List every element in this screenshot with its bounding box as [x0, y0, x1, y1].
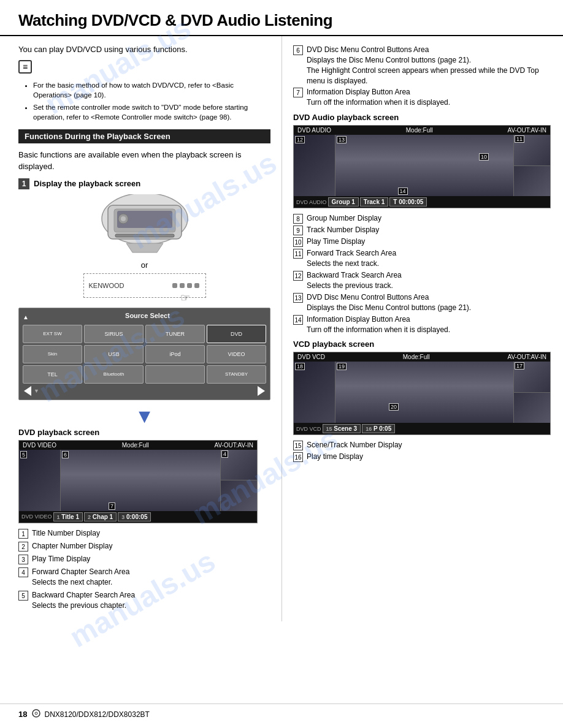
source-bottom-right [258, 386, 265, 396]
svg-point-9 [35, 712, 37, 715]
svg-point-7 [121, 216, 126, 221]
audio-list-14: 14 Information Display Button Area Turn … [293, 314, 552, 335]
dvd-screen-body: 5 6 7 4 [19, 450, 257, 511]
source-item-sirius[interactable]: SIRIUS [84, 325, 144, 343]
audio-footer-source: DVD AUDIO [296, 199, 327, 205]
right-column: 6 DVD Disc Menu Control Buttons Area Dis… [282, 36, 563, 621]
source-item-bluetoothlabel: Bluetooth [104, 371, 124, 377]
page-title: Watching DVD/VCD & DVD Audio Listening [18, 11, 545, 35]
right-item6-line2: The Highlight Control screen appears whe… [307, 66, 552, 86]
vcd-footer-source: DVD VCD [296, 426, 321, 432]
vcd-list: 15 Scene/Track Number Display 16 Play ti… [293, 440, 552, 462]
source-select-box: ▲ Source Select EXT SW SIRIUS TUNER [18, 308, 270, 400]
audio-footer-track: Track 1 [360, 197, 388, 207]
vcd-screen-body: 18 19 20 17 [294, 362, 550, 423]
audio-num-box-11: 11 [293, 249, 303, 259]
source-item-video[interactable]: VIDEO [207, 345, 266, 363]
source-item-skin[interactable]: Skin [23, 345, 82, 363]
audio-num-box-13: 13 [293, 293, 303, 303]
right-num-box-7: 7 [293, 88, 303, 97]
dvd-num-box-5: 5 [18, 591, 28, 601]
step1-num: 1 [18, 178, 29, 189]
page-header: Watching DVD/VCD & DVD Audio Listening [0, 0, 563, 36]
audio-list-11: 11 Forward Track Search Area Selects the… [293, 248, 552, 269]
audio-list-12: 12 Backward Track Search Area Selects th… [293, 270, 552, 291]
vcd-footer-time: 16 P 0:05 [362, 424, 395, 433]
dvd-list-text-3: Play Time Display [32, 554, 90, 564]
vcd-list-text-16: Play time Display [307, 452, 363, 462]
vcd-footer-scene: 15 Scene 3 [323, 424, 361, 433]
dvd-list-item-1: 1 Title Number Display [18, 528, 270, 539]
audio-screen-body: 12 13 14 10 11 [294, 135, 550, 196]
audio-header-center: Mode:Full [406, 127, 433, 134]
vcd-scene-val: 3 [354, 425, 358, 432]
audio-screen-footer: DVD AUDIO Group 1 Track 1 T 00:00:05 [294, 196, 550, 208]
source-item-usb[interactable]: USB [84, 345, 144, 363]
dvd-screen-header: DVD VIDEO Mode:Full AV-OUT:AV-IN [19, 441, 257, 450]
left-nav-arrow [24, 386, 31, 396]
source-item-tuner[interactable]: TUNER [145, 325, 205, 343]
dvd-num-1: 1 [57, 514, 60, 520]
dvd-num-box-1: 1 [18, 529, 28, 539]
audio-list: 8 Group Number Display 9 Track Number Di… [293, 213, 552, 335]
audio-num-box-10: 10 [293, 237, 303, 247]
audio-list-sub-12: Selects the previous track. [307, 281, 393, 291]
audio-list-8: 8 Group Number Display [293, 213, 552, 224]
dvd-footer-title-val: 1 Title 1 [53, 512, 83, 521]
audio-track-val: 1 [381, 199, 385, 205]
audio-list-text-13: DVD Disc Menu Control Buttons Area [307, 292, 429, 303]
vcd-num20: 20 [389, 403, 399, 411]
vcd-playback-screen: DVD VCD Mode:Full AV-OUT:AV-IN 18 19 20 [293, 352, 551, 435]
dvd-list-item-4: 4 Forward Chapter Search Area Selects th… [18, 567, 270, 588]
dvd-screen-label: DVD playback screen [18, 428, 270, 437]
dvd-center-main: 6 7 [61, 450, 220, 511]
remote-dots [172, 283, 199, 288]
audio-right-thumb-top: 11 [513, 135, 550, 166]
vcd-num-15: 15 [326, 426, 332, 432]
source-item-standby[interactable]: STANDBY [207, 365, 266, 384]
source-item-dvd[interactable]: DVD [207, 325, 266, 343]
audio-playback-screen: DVD AUDIO Mode:Full AV-OUT:AV-IN 12 13 1… [293, 125, 551, 208]
vcd-header-left: DVD VCD [297, 354, 325, 360]
vcd-right-thumbs: 17 [513, 362, 550, 423]
source-item-tel[interactable]: TEL [23, 365, 82, 384]
dvd-footer-time-val: 3 0:00:05 [118, 512, 151, 521]
source-item-extsw[interactable]: EXT SW [23, 325, 82, 343]
vcd-time-val: 0:05 [379, 425, 391, 432]
dvd-left-thumb: 5 [19, 450, 61, 511]
dvd-num4: 4 [221, 450, 228, 458]
audio-num-box-8: 8 [293, 214, 303, 224]
right-item6-title: DVD Disc Menu Control Buttons Area [307, 45, 429, 55]
audio-list-13: 13 DVD Disc Menu Control Buttons Area Di… [293, 292, 552, 313]
page-number: 18 [18, 710, 27, 719]
left-section-subtitle: Basic functions are available even when … [18, 150, 270, 172]
audio-num13: 13 [337, 136, 347, 143]
dvd-num5: 5 [20, 451, 27, 458]
source-grid: EXT SW SIRIUS TUNER DVD Skin [23, 325, 266, 384]
source-item-extswlabel: EXT SW [43, 331, 62, 336]
dvd-list-item-5: 5 Backward Chapter Search Area Selects t… [18, 590, 270, 611]
bullet-note-1: For the basic method of how to watch DVD… [33, 80, 270, 100]
source-item-standbylabel: STANDBY [225, 371, 248, 377]
remote-dot-2 [180, 283, 185, 288]
source-item-siriuslabel: SIRIUS [104, 331, 123, 337]
dvd-list: 1 Title Number Display 2 Chapter Number … [18, 528, 270, 611]
source-item-ipod[interactable]: iPod [145, 345, 205, 363]
content-area: You can play DVD/VCD using various funct… [0, 36, 563, 621]
hand-pointer-icon: ☞ [180, 291, 190, 305]
audio-num-box-12: 12 [293, 271, 303, 281]
audio-list-text-12: Backward Track Search Area [307, 270, 402, 281]
audio-list-10: 10 Play Time Display [293, 237, 552, 247]
step1-label: 1 Display the playback screen [18, 178, 270, 189]
arrow-down-1: ▼ [18, 405, 270, 428]
vcd-left-thumb: 18 [294, 362, 335, 423]
or-label: or [18, 260, 270, 270]
remote-dot-3 [187, 283, 192, 288]
source-item-bluetooth[interactable]: Bluetooth [84, 365, 144, 384]
audio-num10: 10 [479, 153, 489, 161]
right-num-box-6: 6 [293, 45, 303, 55]
dvd-header-right: AV-OUT:AV-IN [214, 442, 253, 449]
vcd-screen-header: DVD VCD Mode:Full AV-OUT:AV-IN [294, 352, 550, 362]
right-item7-title: Information Display Button Area [307, 87, 410, 97]
vcd-header-center: Mode:Full [403, 354, 430, 360]
